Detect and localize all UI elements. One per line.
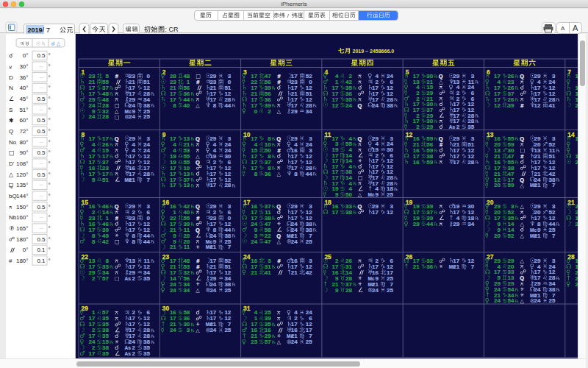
svg-text:9: 9 <box>375 191 379 198</box>
svg-text:25: 25 <box>387 287 393 294</box>
svg-text:16: 16 <box>413 159 420 166</box>
svg-text:7: 7 <box>552 182 556 188</box>
svg-text:0.1: 0.1 <box>37 258 46 264</box>
svg-text:25: 25 <box>224 287 231 294</box>
svg-text:23: 23 <box>251 339 257 345</box>
svg-text:40: 40 <box>183 102 190 109</box>
svg-text:Q: Q <box>276 203 281 210</box>
svg-text:8: 8 <box>294 171 298 177</box>
svg-text:7: 7 <box>552 233 556 239</box>
svg-text:28: 28 <box>224 182 231 188</box>
svg-text:35: 35 <box>143 350 150 357</box>
svg-text:A: A <box>561 25 565 32</box>
svg-text:Q: Q <box>520 275 524 281</box>
svg-text:36°: 36° <box>19 74 28 81</box>
svg-text:24: 24 <box>170 287 176 294</box>
svg-text:8: 8 <box>132 238 136 245</box>
svg-text:--: -- <box>40 160 44 166</box>
svg-text:34: 34 <box>306 108 312 115</box>
svg-text:24: 24 <box>209 327 216 333</box>
svg-text:25: 25 <box>306 339 312 345</box>
svg-text:28: 28 <box>345 287 352 294</box>
svg-text:21: 21 <box>534 182 541 188</box>
svg-text:21: 21 <box>567 199 575 206</box>
svg-text:17: 17 <box>372 209 379 216</box>
svg-text:21: 21 <box>453 263 459 270</box>
svg-text:11: 11 <box>184 244 190 250</box>
svg-text:30: 30 <box>162 305 170 312</box>
svg-text:52: 52 <box>508 233 514 239</box>
svg-text:9: 9 <box>335 287 339 294</box>
svg-text:°: ° <box>49 236 51 243</box>
svg-text:: CR: : CR <box>165 26 179 33</box>
svg-text:Q: Q <box>196 227 200 233</box>
svg-text:17: 17 <box>243 199 251 206</box>
svg-text:0.5: 0.5 <box>37 149 46 156</box>
svg-text:16: 16 <box>162 199 170 206</box>
svg-text:5: 5 <box>406 68 409 76</box>
svg-text:#: # <box>520 102 524 109</box>
svg-text:31: 31 <box>243 305 251 312</box>
svg-text:30°: 30° <box>19 63 28 70</box>
svg-text:44: 44 <box>306 171 312 177</box>
svg-text:24: 24 <box>129 113 135 120</box>
svg-text:Q: Q <box>358 102 362 109</box>
svg-text:44: 44 <box>143 238 150 245</box>
svg-text:21: 21 <box>534 233 541 239</box>
svg-text:24: 24 <box>494 297 501 304</box>
svg-text:150°: 150° <box>16 204 29 210</box>
svg-text:No: No <box>9 139 17 146</box>
svg-text:°: ° <box>49 258 51 264</box>
svg-text:29: 29 <box>413 221 420 227</box>
svg-text:As: As <box>125 345 132 350</box>
svg-text:7: 7 <box>567 68 571 76</box>
svg-text:#: # <box>196 79 200 85</box>
svg-text:#: # <box>520 153 524 160</box>
svg-text:29: 29 <box>82 305 89 312</box>
svg-text:Q: Q <box>115 135 119 142</box>
svg-text:7: 7 <box>147 177 151 183</box>
svg-text:0.5: 0.5 <box>37 204 46 210</box>
svg-text:10: 10 <box>243 131 251 138</box>
svg-text:7: 7 <box>228 244 232 250</box>
svg-text:50: 50 <box>345 191 352 198</box>
svg-text:Q: Q <box>276 135 281 142</box>
svg-text:#: # <box>196 263 200 270</box>
svg-text:21: 21 <box>291 269 298 276</box>
svg-text:17: 17 <box>170 182 176 188</box>
svg-text:28: 28 <box>567 253 575 261</box>
svg-text:Mc: Mc <box>530 227 537 233</box>
svg-text:°: ° <box>49 204 51 210</box>
svg-text:0.5: 0.5 <box>37 52 46 59</box>
svg-text:°: ° <box>49 171 51 178</box>
svg-text:°: ° <box>49 85 51 91</box>
svg-text:N: N <box>9 85 13 91</box>
svg-text:Q: Q <box>196 203 200 210</box>
svg-text:--: -- <box>40 84 44 91</box>
svg-text:35: 35 <box>467 124 474 130</box>
svg-text:°: ° <box>49 149 51 156</box>
svg-text:34: 34 <box>467 221 474 227</box>
svg-text:--: -- <box>40 181 44 188</box>
svg-text:39: 39 <box>508 102 514 109</box>
svg-text:#: # <box>115 215 119 222</box>
svg-text:54: 54 <box>508 297 514 304</box>
svg-text:24: 24 <box>372 287 379 294</box>
svg-text:17: 17 <box>453 159 459 166</box>
svg-text:13: 13 <box>487 131 494 138</box>
svg-text:0: 0 <box>254 108 258 115</box>
svg-text:Q: Q <box>276 233 281 239</box>
svg-text:28: 28 <box>102 113 109 120</box>
svg-text:12: 12 <box>387 209 393 216</box>
svg-text:2: 2 <box>132 275 136 282</box>
svg-text:°: ° <box>49 182 51 188</box>
svg-text:2: 2 <box>456 124 460 130</box>
svg-text:As: As <box>125 351 132 356</box>
svg-text:21: 21 <box>170 244 176 250</box>
svg-text:As: As <box>449 124 456 130</box>
svg-text:/ 7: / 7 <box>42 26 50 34</box>
svg-text:12: 12 <box>494 102 501 109</box>
svg-text:0.5: 0.5 <box>37 128 46 135</box>
svg-text:Q: Q <box>520 73 524 79</box>
svg-text:--: -- <box>40 213 44 220</box>
